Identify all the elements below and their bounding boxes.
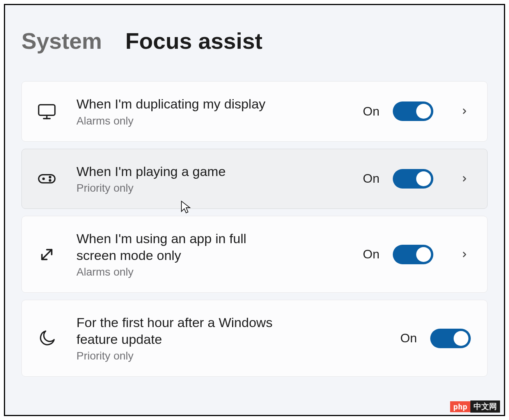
setting-controls: On: [363, 101, 471, 121]
setting-title: When I'm duplicating my display: [76, 96, 279, 112]
setting-title: When I'm playing a game: [76, 163, 279, 180]
toggle-switch[interactable]: [393, 245, 433, 264]
gamepad-icon: [36, 168, 58, 190]
breadcrumb: System Focus assist: [21, 28, 488, 54]
toggle-state-label: On: [363, 171, 380, 186]
moon-icon: [36, 327, 58, 349]
svg-point-5: [50, 176, 51, 178]
setting-text: When I'm using an app in full screen mod…: [76, 230, 279, 278]
setting-subtitle: Priority only: [76, 182, 279, 194]
toggle-switch[interactable]: [393, 101, 433, 121]
setting-fullscreen-app[interactable]: When I'm using an app in full screen mod…: [21, 216, 488, 293]
watermark-right: 中文网: [470, 400, 500, 413]
expand-chevron-icon[interactable]: [458, 248, 471, 261]
svg-line-7: [42, 249, 52, 259]
setting-text: For the first hour after a Windows featu…: [76, 314, 279, 362]
setting-after-update[interactable]: For the first hour after a Windows featu…: [21, 300, 488, 377]
breadcrumb-parent[interactable]: System: [21, 28, 102, 54]
toggle-switch[interactable]: [430, 329, 471, 348]
expand-chevron-icon[interactable]: [458, 105, 471, 117]
fullscreen-icon: [36, 244, 58, 265]
watermark-badge: php 中文网: [450, 400, 500, 413]
toggle-state-label: On: [400, 331, 417, 345]
setting-subtitle: Priority only: [76, 350, 279, 362]
settings-list: When I'm duplicating my display Alarms o…: [21, 81, 488, 377]
settings-window: System Focus assist When I'm duplicating…: [4, 4, 505, 416]
setting-title: When I'm using an app in full screen mod…: [76, 230, 279, 263]
setting-controls: On: [400, 329, 471, 348]
setting-text: When I'm duplicating my display Alarms o…: [76, 96, 279, 127]
toggle-state-label: On: [363, 104, 380, 119]
setting-subtitle: Alarms only: [76, 115, 279, 127]
svg-point-6: [50, 180, 51, 181]
setting-text: When I'm playing a game Priority only: [76, 163, 279, 195]
watermark-left: php: [450, 401, 470, 412]
page-title: Focus assist: [125, 28, 262, 54]
expand-chevron-icon[interactable]: [458, 173, 471, 185]
toggle-switch[interactable]: [393, 169, 433, 189]
setting-duplicating-display[interactable]: When I'm duplicating my display Alarms o…: [21, 81, 488, 142]
svg-rect-0: [39, 105, 55, 116]
svg-rect-3: [39, 174, 55, 183]
monitor-icon: [36, 100, 58, 122]
setting-playing-game[interactable]: When I'm playing a game Priority only On: [21, 149, 488, 209]
setting-title: For the first hour after a Windows featu…: [76, 314, 279, 347]
setting-controls: On: [363, 169, 471, 189]
svg-point-4: [43, 178, 44, 179]
toggle-state-label: On: [363, 247, 380, 262]
setting-subtitle: Alarms only: [76, 266, 279, 278]
setting-controls: On: [363, 245, 471, 264]
